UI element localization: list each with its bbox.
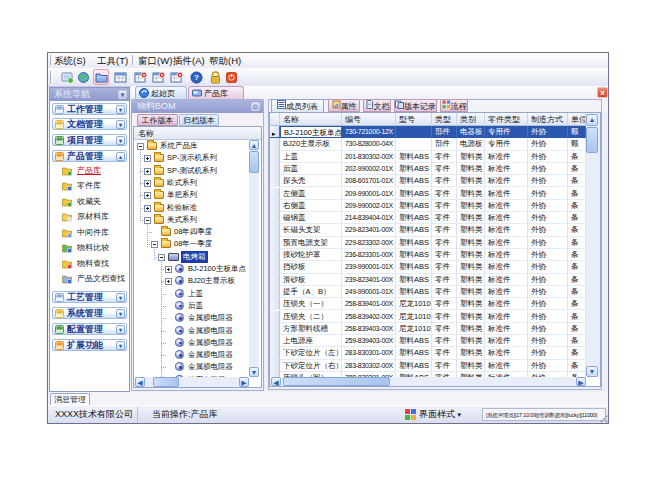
svg-text:?: ? [194, 73, 199, 82]
